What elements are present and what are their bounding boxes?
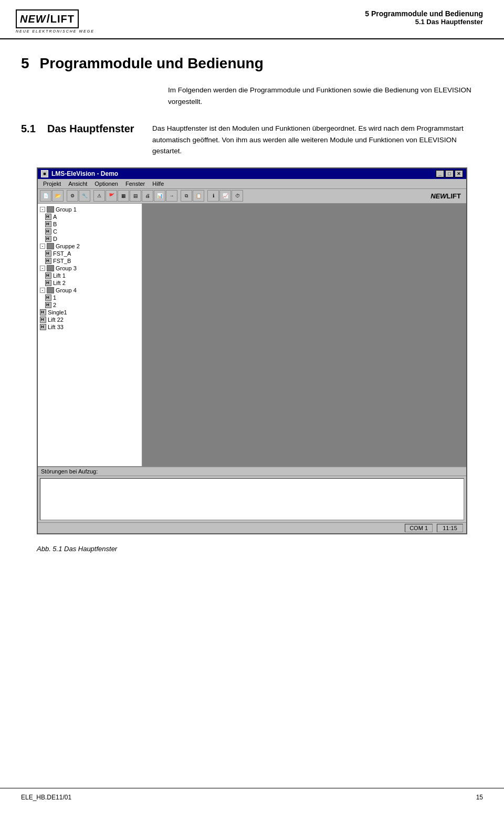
tree-item-lift22[interactable]: Lift 22 <box>38 316 142 323</box>
right-panel <box>143 204 466 466</box>
chapter-number: 5 <box>21 55 29 72</box>
lift-icon <box>45 272 51 279</box>
page-content: 5 Programmodule und Bedienung Im Folgend… <box>0 39 504 574</box>
tree-label-fsta: FST_A <box>53 250 71 257</box>
tb-grid1[interactable]: ▦ <box>118 190 129 202</box>
tb-clock[interactable]: ⏱ <box>232 190 243 202</box>
titlebar-left: ■ LMS-EleVision - Demo <box>41 170 118 177</box>
section-num-title: 5.1 Das Hauptfenster <box>21 123 136 135</box>
page-header: NEW / LIFT NEUE ELEKTRONISCHE WEGE 5 Pro… <box>0 0 504 39</box>
tb-print[interactable]: 🖨 <box>142 190 153 202</box>
tree-item-fsta[interactable]: FST_A <box>38 250 142 257</box>
lift-icon <box>45 294 51 301</box>
menu-optionen[interactable]: Optionen <box>91 180 121 187</box>
tree-label-lift2: Lift 2 <box>53 280 66 286</box>
group-icon <box>47 287 54 293</box>
tb-copy[interactable]: ⧉ <box>181 190 192 202</box>
maximize-button[interactable]: □ <box>445 170 454 177</box>
header-right: 5 Programmodule und Bedienung 5.1 Das Ha… <box>365 9 483 26</box>
menu-ansicht[interactable]: Ansicht <box>65 180 90 187</box>
tb-arr[interactable]: → <box>166 190 177 202</box>
tb-graph[interactable]: 📊 <box>154 190 165 202</box>
section-container: 5.1 Das Hauptfenster Das Hauptfenster is… <box>21 123 483 157</box>
tree-item-group3[interactable]: - Group 3 <box>38 265 142 272</box>
lift-icon <box>45 280 51 286</box>
tree-item-group4[interactable]: - Group 4 <box>38 287 142 294</box>
toggle-group4[interactable]: - <box>40 288 45 293</box>
tree-item-lift33[interactable]: Lift 33 <box>38 323 142 331</box>
time-status: 11:15 <box>437 524 463 532</box>
lift-icon <box>45 302 51 308</box>
com-status: COM 1 <box>405 524 433 532</box>
menu-projekt[interactable]: Projekt <box>40 180 64 187</box>
tb-open[interactable]: 📂 <box>52 190 64 202</box>
section-text: Das Hauptfenster ist den Modulen und Fun… <box>152 123 483 157</box>
tree-label-2: 2 <box>53 302 56 308</box>
tb-new[interactable]: 📄 <box>40 190 51 202</box>
toolbar-logo: NEWLIFT <box>427 191 464 201</box>
tree-item-gruppe2[interactable]: - Gruppe 2 <box>38 243 142 250</box>
tb-info2[interactable]: 📈 <box>219 190 231 202</box>
tree-label-lift33: Lift 33 <box>48 324 64 330</box>
menu-fenster[interactable]: Fenster <box>122 180 148 187</box>
tree-label-c: C <box>53 228 57 235</box>
tb-grid2[interactable]: ▤ <box>130 190 141 202</box>
tb-paste[interactable]: 📋 <box>193 190 204 202</box>
logo-area: NEW / LIFT NEUE ELEKTRONISCHE WEGE <box>16 9 94 33</box>
screenshot-window: ■ LMS-EleVision - Demo _ □ ✕ Projekt Ans… <box>37 167 467 534</box>
tree-label-group4: Group 4 <box>56 287 77 293</box>
tree-item-group1[interactable]: - Group 1 <box>38 206 142 213</box>
lift-icon <box>45 258 51 264</box>
tb-flag[interactable]: 🚩 <box>106 190 117 202</box>
tree-label-lift1: Lift 1 <box>53 272 66 279</box>
footer-left: ELE_HB.DE11/01 <box>21 794 71 801</box>
toggle-group3[interactable]: - <box>40 266 45 271</box>
chapter-title: Programmodule und Bedienung <box>40 55 264 72</box>
tree-item-d[interactable]: D <box>38 235 142 243</box>
toggle-group1[interactable]: - <box>40 207 45 212</box>
tb-warn[interactable]: ⚠ <box>93 190 105 202</box>
tree-item-c[interactable]: C <box>38 228 142 235</box>
tree-item-lift1[interactable]: Lift 1 <box>38 272 142 279</box>
intro-text-block: Im Folgenden werden die Programmodule un… <box>168 85 483 107</box>
tree-item-single1[interactable]: Single1 <box>38 309 142 316</box>
tb-btn2[interactable]: 🔧 <box>79 190 90 202</box>
tree-label-lift22: Lift 22 <box>48 317 64 323</box>
tree-label-gruppe2: Gruppe 2 <box>56 243 80 249</box>
group-icon <box>47 206 54 213</box>
tree-item-2[interactable]: 2 <box>38 301 142 309</box>
lift-icon <box>45 228 51 235</box>
tree-label-group3: Group 3 <box>56 265 77 271</box>
tree-item-b[interactable]: B <box>38 220 142 228</box>
page-footer: ELE_HB.DE11/01 15 <box>0 788 504 806</box>
tree-item-fstb[interactable]: FST_B <box>38 257 142 265</box>
minimize-button[interactable]: _ <box>436 170 444 177</box>
tb-info1[interactable]: ℹ <box>207 190 219 202</box>
tree-item-lift2[interactable]: Lift 2 <box>38 279 142 287</box>
tree-label-b: B <box>53 221 57 227</box>
lift-icon <box>45 236 51 242</box>
lift-icon <box>40 309 46 315</box>
section-number: 5.1 <box>21 123 36 134</box>
lift-icon <box>40 317 46 323</box>
window-icon: ■ <box>41 170 48 177</box>
tree-label-fstb: FST_B <box>53 258 71 264</box>
close-button[interactable]: ✕ <box>455 170 463 177</box>
window-bottom: Störungen bei Aufzug: COM 1 11:15 <box>38 466 466 533</box>
logo-new-text: NEW <box>20 13 46 25</box>
tree-item-1[interactable]: 1 <box>38 294 142 301</box>
toggle-gruppe2[interactable]: - <box>40 244 45 249</box>
section-title: Das Hauptfenster <box>47 123 134 134</box>
tree-panel: - Group 1 A B C D <box>38 204 143 466</box>
lift-icon <box>45 221 51 227</box>
tree-label-d: D <box>53 236 57 242</box>
intro-text: Im Folgenden werden die Programmodule un… <box>168 86 471 106</box>
status-label: Störungen bei Aufzug: <box>38 467 466 476</box>
window-controls[interactable]: _ □ ✕ <box>436 170 463 177</box>
lift-icon <box>40 324 46 330</box>
tree-label-1: 1 <box>53 294 56 301</box>
menu-hilfe[interactable]: Hilfe <box>149 180 167 187</box>
tree-item-a[interactable]: A <box>38 213 142 220</box>
tb-btn1[interactable]: ⚙ <box>67 190 78 202</box>
footer-right: 15 <box>476 794 483 801</box>
